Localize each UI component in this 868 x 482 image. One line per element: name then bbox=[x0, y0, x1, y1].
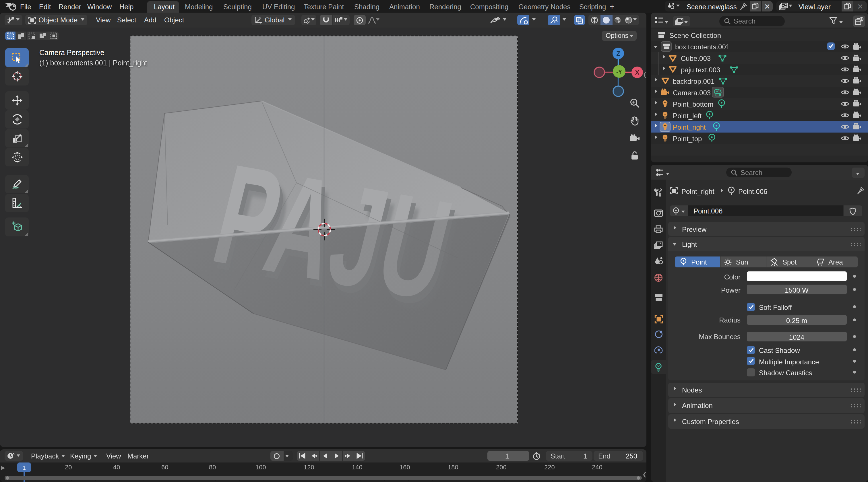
svg-text:-Y: -Y bbox=[616, 69, 622, 75]
svg-text:Z: Z bbox=[616, 50, 620, 57]
svg-text:X: X bbox=[635, 69, 640, 76]
